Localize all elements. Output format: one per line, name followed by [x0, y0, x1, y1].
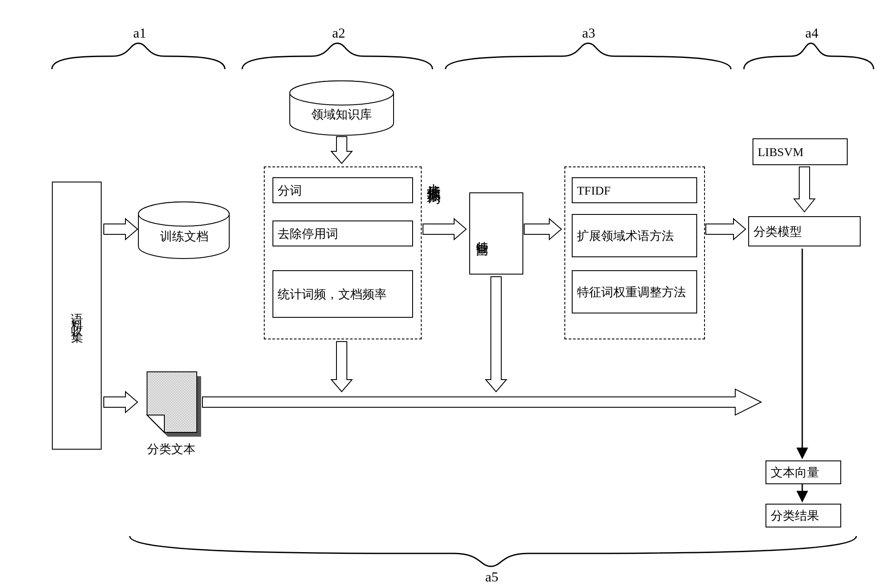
weight-adj-box: 特征词权重调整方法 [572, 270, 697, 313]
domain-kb-label: 领域知识库 [311, 106, 372, 123]
svg-point-5 [290, 81, 394, 105]
remove-lowfreq-label: 去掉低频词 [426, 169, 441, 185]
corpus-collection-box: 语料收集 [52, 182, 102, 450]
svg-point-4 [138, 202, 229, 226]
svg-point-3 [138, 202, 229, 226]
segmentation-box: 分词 [272, 177, 413, 203]
section-label-a5: a5 [485, 569, 498, 585]
libsvm-box: LIBSVM [753, 138, 848, 165]
classify-text-label: 分类文本 [147, 441, 195, 457]
remove-stopwords-box: 去除停用词 [272, 220, 413, 246]
svg-point-6 [290, 81, 394, 105]
diagram-overlay [0, 0, 884, 588]
section-label-a1: a1 [133, 25, 146, 41]
feature-space-box: 特征空间 [469, 192, 523, 275]
section-label-a3: a3 [582, 25, 595, 41]
classification-model-box: 分类模型 [748, 216, 861, 246]
ext-domain-box: 扩展领域术语方法 [572, 214, 697, 257]
stats-box: 统计词频，文档频率 [272, 270, 413, 318]
section-label-a2: a2 [332, 25, 345, 41]
tfidf-box: TFIDF [572, 177, 697, 203]
training-docs-label: 训练文档 [160, 228, 208, 245]
text-vector-box: 文本向量 [765, 460, 841, 484]
class-result-box: 分类结果 [765, 504, 841, 527]
section-label-a4: a4 [805, 25, 818, 41]
